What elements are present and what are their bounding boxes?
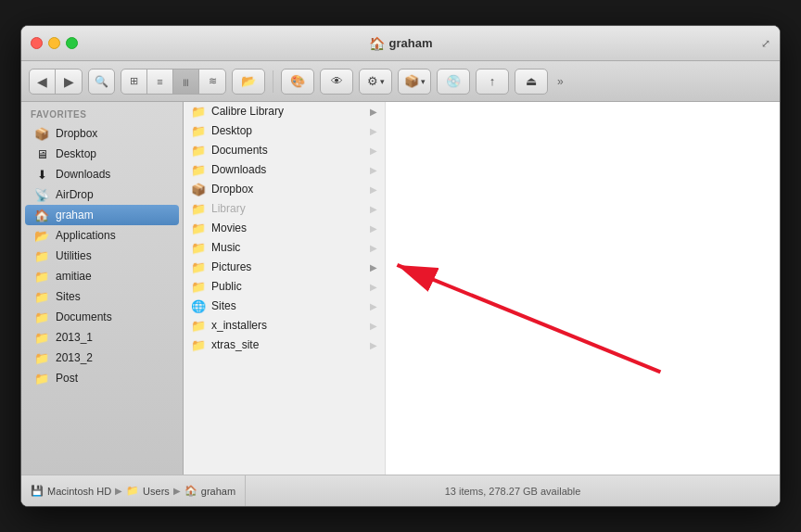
toolbar-more-button[interactable]: »: [553, 75, 567, 88]
sidebar-item-label: AirDrop: [56, 188, 94, 201]
file-item-icon: 📁: [191, 337, 206, 352]
file-item[interactable]: 📁xtras_site▶: [184, 336, 385, 355]
dropbox-button[interactable]: 📦 ▾: [398, 69, 431, 95]
file-item-icon: 📁: [191, 318, 206, 333]
maximize-button[interactable]: [66, 37, 78, 49]
titlebar: 🏠 graham ⤢: [21, 26, 780, 61]
sidebar-item-label: Post: [56, 372, 78, 385]
file-item-icon: 🌐: [191, 298, 206, 313]
file-item-name: Sites: [211, 299, 377, 312]
sidebar-item-label: amitiae: [56, 270, 92, 283]
breadcrumb-icon-3: 🏠: [184, 485, 197, 497]
file-item[interactable]: 📁x_installers▶: [184, 316, 385, 336]
file-item-name: xtras_site: [211, 338, 377, 351]
quick-look-icon: 🔍: [95, 75, 108, 88]
sidebar-item-label: Applications: [56, 229, 116, 242]
dropbox-chevron: ▾: [421, 77, 426, 86]
file-item-name: Desktop: [211, 124, 377, 137]
sidebar-item-downloads[interactable]: ⬇ Downloads: [25, 164, 179, 184]
status-text: 13 items, 278.27 GB available: [246, 486, 780, 497]
sidebar-item-label: Dropbox: [56, 127, 97, 140]
file-item-name: Public: [211, 280, 377, 293]
eye-button[interactable]: 👁: [320, 69, 353, 95]
sidebar-item-documents[interactable]: 📁 Documents: [25, 307, 179, 327]
minimize-button[interactable]: [48, 37, 60, 49]
list-view-button[interactable]: ≡: [147, 70, 173, 94]
file-item-name: Pictures: [211, 260, 377, 273]
file-item[interactable]: 📁Library▶: [184, 199, 385, 219]
sidebar-item-2013-1[interactable]: 📁 2013_1: [25, 327, 179, 348]
statusbar: 💾 Macintosh HD ▶ 📁 Users ▶ 🏠 graham 13 i…: [21, 475, 780, 506]
eject-button[interactable]: ⏏: [515, 69, 548, 95]
downloads-sidebar-icon: ⬇: [34, 167, 49, 182]
sidebar-item-graham[interactable]: 🏠 graham: [25, 205, 179, 225]
column-view-button[interactable]: ⫼: [173, 70, 199, 94]
folder-icon: 📂: [241, 74, 256, 88]
file-item-name: Music: [211, 241, 377, 254]
sidebar-item-sites[interactable]: 📁 Sites: [25, 286, 179, 307]
file-item[interactable]: 📁Pictures▶: [184, 258, 385, 277]
share-button[interactable]: ↑: [476, 69, 509, 95]
file-item-chevron: ▶: [370, 223, 377, 234]
file-item-icon: 📁: [191, 123, 206, 138]
sites-sidebar-icon: 📁: [34, 289, 49, 304]
file-item-name: x_installers: [211, 319, 377, 332]
sidebar-item-utilities[interactable]: 📁 Utilities: [25, 246, 179, 266]
sidebar-item-desktop[interactable]: 🖥 Desktop: [25, 144, 179, 164]
file-item[interactable]: 📁Desktop▶: [184, 121, 385, 141]
view-buttons: ⊞ ≡ ⫼ ≋: [121, 69, 226, 95]
sidebar-item-airdrop[interactable]: 📡 AirDrop: [25, 184, 179, 205]
share-icon: ↑: [490, 74, 496, 88]
burn-button[interactable]: 💿: [437, 69, 470, 95]
sidebar: FAVORITES 📦 Dropbox 🖥 Desktop ⬇ Download…: [21, 102, 184, 475]
icon-view-button[interactable]: ⊞: [121, 70, 147, 94]
coverflow-view-button[interactable]: ≋: [199, 70, 225, 94]
breadcrumb-label-2: Users: [143, 486, 170, 497]
sidebar-favorites-header: FAVORITES: [21, 102, 183, 123]
expand-button[interactable]: ⤢: [761, 37, 770, 50]
finder-window: 🏠 graham ⤢ ◀ ▶ 🔍 ⊞ ≡ ⫼ ≋ 📂 🎨 👁 ⚙: [20, 25, 781, 507]
sidebar-item-applications[interactable]: 📂 Applications: [25, 225, 179, 246]
sidebar-item-post[interactable]: 📁 Post: [25, 368, 179, 388]
file-item-chevron: ▶: [370, 262, 377, 272]
sidebar-item-label: Sites: [56, 290, 81, 303]
action-chevron: ▾: [380, 77, 385, 86]
breadcrumb-icon-2: 📁: [126, 485, 139, 497]
breadcrumb-label-1: Macintosh HD: [47, 486, 111, 497]
eye-icon: 👁: [331, 74, 343, 88]
applications-sidebar-icon: 📂: [34, 228, 49, 243]
forward-button[interactable]: ▶: [56, 70, 82, 94]
sidebar-item-label: 2013_2: [56, 351, 93, 364]
post-sidebar-icon: 📁: [34, 371, 49, 386]
file-item[interactable]: 📁Downloads▶: [184, 160, 385, 180]
2013-1-sidebar-icon: 📁: [34, 330, 49, 345]
breadcrumb-icon-1: 💾: [31, 485, 44, 497]
folder-button[interactable]: 📂: [232, 69, 265, 95]
file-item[interactable]: 📁Music▶: [184, 238, 385, 258]
file-item[interactable]: 🌐Sites▶: [184, 297, 385, 316]
sidebar-item-label: Documents: [56, 310, 112, 323]
file-item[interactable]: 📦Dropbox▶: [184, 180, 385, 199]
detail-column: [386, 102, 780, 475]
file-item-icon: 📁: [191, 279, 206, 294]
cover-art-button[interactable]: 🎨: [281, 69, 314, 95]
breadcrumb-label-3: graham: [201, 486, 235, 497]
action-button[interactable]: ⚙ ▾: [359, 69, 392, 95]
quick-look-button[interactable]: 🔍: [88, 69, 115, 95]
file-item-icon: 📁: [191, 143, 206, 158]
sidebar-item-label: Downloads: [56, 168, 110, 181]
file-item[interactable]: 📁Movies▶: [184, 219, 385, 238]
file-item[interactable]: 📁Documents▶: [184, 141, 385, 160]
file-item[interactable]: 📁Public▶: [184, 277, 385, 297]
back-button[interactable]: ◀: [30, 70, 56, 94]
close-button[interactable]: [31, 37, 43, 49]
file-item[interactable]: 📁Calibre Library▶: [184, 102, 385, 121]
sidebar-item-2013-2[interactable]: 📁 2013_2: [25, 348, 179, 368]
sidebar-item-label: Utilities: [56, 249, 92, 262]
file-item-icon: 📁: [191, 240, 206, 255]
file-item-chevron: ▶: [370, 204, 377, 214]
toolbar-separator-1: [273, 70, 273, 93]
file-item-icon: 📁: [191, 221, 206, 235]
sidebar-item-dropbox[interactable]: 📦 Dropbox: [25, 123, 179, 144]
sidebar-item-amitiae[interactable]: 📁 amitiae: [25, 266, 179, 286]
